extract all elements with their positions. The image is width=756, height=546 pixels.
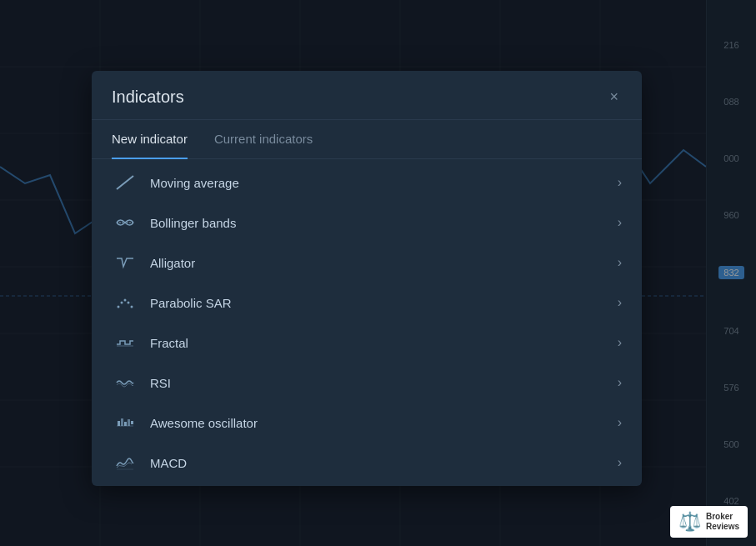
- parabolic-sar-icon: [112, 293, 138, 313]
- svg-point-19: [128, 302, 130, 304]
- indicators-modal: Indicators × New indicator Current indic…: [92, 71, 642, 486]
- rsi-icon: [112, 373, 138, 393]
- indicator-item-rsi[interactable]: RSI ›: [92, 363, 642, 403]
- chevron-bollinger-bands: ›: [618, 215, 622, 230]
- macd-icon: [112, 453, 138, 473]
- bollinger-bands-icon: [112, 213, 138, 233]
- chevron-parabolic-sar: ›: [618, 295, 622, 310]
- indicator-name-rsi: RSI: [150, 376, 618, 390]
- svg-point-16: [118, 306, 120, 308]
- chevron-macd: ›: [618, 455, 622, 470]
- close-button[interactable]: ×: [606, 86, 622, 108]
- indicator-name-alligator: Alligator: [150, 256, 618, 270]
- indicator-name-fractal: Fractal: [150, 336, 618, 350]
- svg-line-14: [117, 176, 133, 189]
- modal-header: Indicators ×: [92, 71, 642, 120]
- indicator-item-macd[interactable]: MACD ›: [92, 443, 642, 483]
- chevron-moving-average: ›: [618, 175, 622, 190]
- watermark-text: Broker Reviews: [706, 512, 739, 532]
- indicator-name-bollinger-bands: Bollinger bands: [150, 216, 618, 230]
- indicator-item-fractal[interactable]: Fractal ›: [92, 323, 642, 363]
- chevron-alligator: ›: [618, 255, 622, 270]
- svg-rect-22: [118, 421, 120, 426]
- broker-reviews-watermark: ⚖️ Broker Reviews: [670, 506, 748, 538]
- tabs-container: New indicator Current indicators: [92, 120, 642, 159]
- modal-title: Indicators: [112, 88, 184, 107]
- watermark-icon: ⚖️: [678, 511, 701, 533]
- indicator-item-parabolic-sar[interactable]: Parabolic SAR ›: [92, 283, 642, 323]
- indicator-name-macd: MACD: [150, 456, 618, 470]
- moving-average-icon: [112, 173, 138, 193]
- indicator-name-moving-average: Moving average: [150, 176, 618, 190]
- fractal-icon: [112, 333, 138, 353]
- indicator-item-awesome-oscillator[interactable]: Awesome oscillator ›: [92, 403, 642, 443]
- indicator-item-moving-average[interactable]: Moving average ›: [92, 163, 642, 203]
- chevron-fractal: ›: [618, 335, 622, 350]
- chevron-awesome-oscillator: ›: [618, 415, 622, 430]
- indicator-name-awesome-oscillator: Awesome oscillator: [150, 416, 618, 430]
- svg-rect-24: [124, 422, 127, 426]
- svg-point-18: [124, 299, 127, 302]
- svg-point-20: [131, 306, 133, 308]
- svg-rect-23: [121, 418, 123, 426]
- awesome-oscillator-icon: [112, 413, 138, 433]
- indicator-list: Moving average › Bollinger bands › A: [92, 159, 642, 486]
- tab-new-indicator[interactable]: New indicator: [112, 120, 188, 159]
- indicator-item-bollinger-bands[interactable]: Bollinger bands ›: [92, 203, 642, 243]
- indicator-name-parabolic-sar: Parabolic SAR: [150, 296, 618, 310]
- svg-point-17: [121, 302, 123, 304]
- tab-current-indicators[interactable]: Current indicators: [214, 120, 313, 159]
- svg-rect-25: [128, 419, 130, 426]
- alligator-icon: [112, 253, 138, 273]
- chevron-rsi: ›: [618, 375, 622, 390]
- indicator-item-alligator[interactable]: Alligator ›: [92, 243, 642, 283]
- svg-rect-26: [131, 421, 133, 424]
